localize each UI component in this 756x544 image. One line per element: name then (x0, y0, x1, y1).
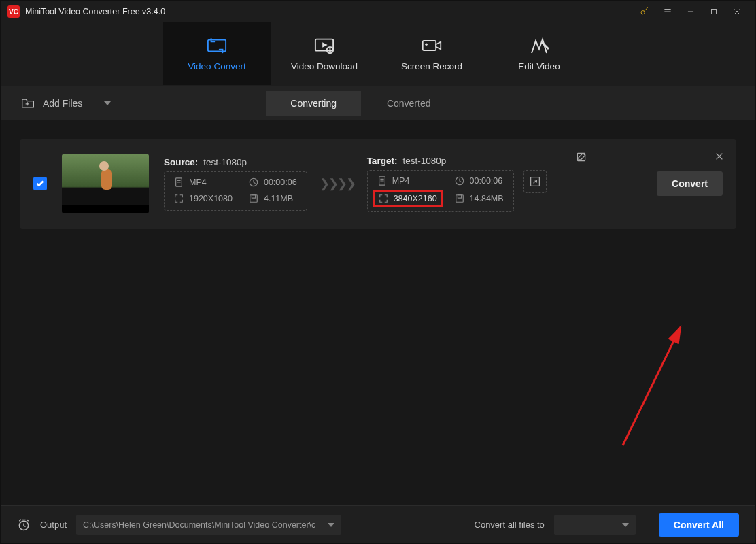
remove-item-button[interactable] (715, 152, 724, 164)
tab-screen-record[interactable]: Screen Record (378, 22, 485, 85)
add-files-icon (21, 97, 35, 109)
svg-rect-10 (250, 194, 258, 202)
source-size: 4.11MB (249, 194, 297, 203)
title-bar: VC MiniTool Video Converter Free v3.4.0 (1, 1, 755, 22)
tab-screen-record-label: Screen Record (401, 61, 462, 71)
svg-rect-11 (252, 194, 255, 197)
record-icon (422, 37, 442, 54)
expand-icon (174, 194, 184, 203)
window-close-button[interactable] (725, 1, 749, 22)
tab-video-download[interactable]: Video Download (271, 22, 378, 85)
arrows-icon: ❯❯❯❯ (320, 176, 355, 191)
tab-edit-video[interactable]: Edit Video (485, 22, 593, 85)
svg-rect-6 (423, 40, 436, 50)
file-icon (174, 177, 184, 187)
settings-arrow-icon (530, 176, 540, 187)
svg-marker-4 (322, 42, 328, 48)
output-path-selector[interactable]: C:\Users\Helen Green\Documents\MiniTool … (76, 515, 341, 535)
add-files-button[interactable]: Add Files (1, 97, 123, 109)
source-format: MP4 (174, 177, 233, 187)
tab-edit-video-label: Edit Video (518, 61, 560, 71)
target-format-selector[interactable] (554, 515, 636, 535)
source-details: MP4 00:00:06 1920X1080 4.11MB (164, 171, 307, 211)
window-maximize-button[interactable] (702, 1, 725, 22)
item-checkbox[interactable] (33, 177, 47, 190)
svg-point-7 (425, 43, 428, 46)
svg-rect-14 (456, 194, 463, 202)
download-icon (314, 37, 334, 54)
target-format: MP4 (377, 176, 439, 186)
conversion-item: Source:test-1080p MP4 00:00:06 1920X1080 (20, 139, 736, 229)
clock-icon (455, 176, 464, 186)
target-settings-button[interactable] (523, 170, 547, 193)
disk-icon (455, 194, 464, 203)
convert-all-to-label: Convert all files to (475, 520, 545, 530)
disk-icon (249, 194, 258, 203)
target-resolution: 3840X2160 (373, 190, 443, 207)
toolbar: Add Files Converting Converted (1, 86, 755, 120)
convert-all-button[interactable]: Convert All (659, 513, 739, 537)
output-label: Output (40, 520, 67, 530)
tab-video-convert-label: Video Convert (188, 61, 245, 71)
subtab-converting[interactable]: Converting (266, 91, 361, 116)
tab-video-convert[interactable]: Video Convert (163, 22, 271, 85)
subtab-converted[interactable]: Converted (361, 91, 456, 116)
window-minimize-button[interactable] (679, 1, 702, 22)
hamburger-menu-button[interactable] (656, 1, 679, 22)
target-details: MP4 00:00:06 3840X2160 14.84MB (367, 170, 514, 212)
main-tab-strip: Video Convert Video Download Screen Reco… (1, 22, 755, 85)
expand-icon (379, 194, 388, 203)
file-icon (377, 176, 387, 186)
target-size: 14.84MB (455, 192, 504, 205)
convert-button[interactable]: Convert (657, 171, 723, 196)
app-title: MiniTool Video Converter Free v3.4.0 (25, 7, 165, 16)
content-area: Source:test-1080p MP4 00:00:06 1920X1080 (1, 120, 755, 505)
close-icon (715, 152, 724, 161)
chevron-down-icon (622, 523, 629, 527)
source-resolution: 1920X1080 (174, 194, 233, 203)
pencil-square-icon (576, 152, 587, 163)
clock-icon (249, 177, 258, 187)
annotation-arrow (613, 323, 708, 452)
chevron-down-icon[interactable] (104, 101, 111, 105)
app-logo-icon: VC (7, 5, 20, 18)
source-block: Source:test-1080p MP4 00:00:06 1920X1080 (164, 157, 307, 211)
sub-tab-strip: Converting Converted (266, 91, 456, 116)
add-files-label: Add Files (43, 98, 82, 109)
target-heading: Target:test-1080p (367, 156, 547, 166)
app-window: VC MiniTool Video Converter Free v3.4.0 … (0, 0, 756, 544)
target-block: Target:test-1080p MP4 00:00:06 (367, 156, 547, 212)
edit-video-icon (529, 37, 549, 54)
edit-item-button[interactable] (576, 152, 587, 165)
chevron-down-icon (328, 523, 334, 527)
video-thumbnail[interactable] (62, 154, 149, 213)
source-duration: 00:00:06 (249, 177, 297, 187)
target-duration: 00:00:06 (455, 176, 504, 186)
schedule-icon[interactable] (17, 518, 31, 532)
source-heading: Source:test-1080p (164, 157, 307, 167)
license-key-button[interactable] (633, 1, 656, 22)
svg-line-18 (623, 327, 681, 445)
svg-rect-1 (712, 10, 717, 14)
svg-rect-15 (458, 194, 461, 197)
footer-bar: Output C:\Users\Helen Green\Documents\Mi… (1, 505, 755, 543)
convert-icon (207, 37, 227, 54)
output-path-text: C:\Users\Helen Green\Documents\MiniTool … (83, 520, 321, 530)
tab-video-download-label: Video Download (291, 61, 358, 71)
